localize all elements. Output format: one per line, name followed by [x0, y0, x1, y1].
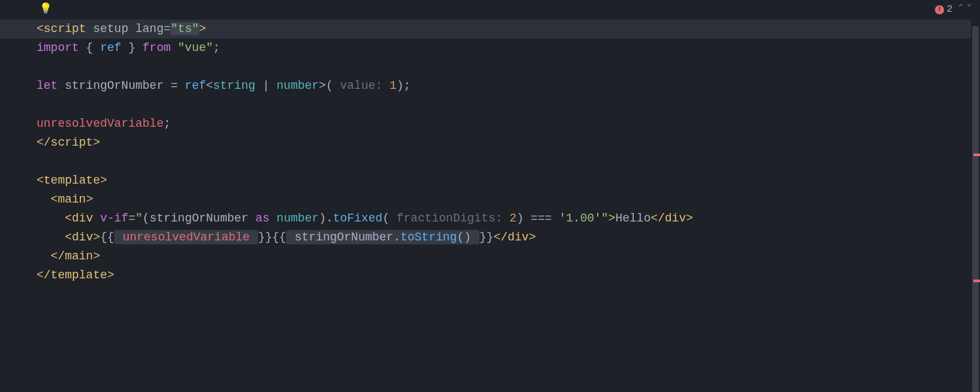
code-line	[37, 57, 967, 76]
code-line: </script>	[37, 133, 967, 152]
code-line	[37, 152, 967, 171]
code-line: <div v-if="(stringOrNumber as number).to…	[37, 209, 967, 228]
error-badge[interactable]: ! 2	[935, 2, 953, 18]
code-line: </main>	[37, 247, 967, 266]
code-line: unresolvedVariable;	[37, 114, 967, 133]
code-editor[interactable]: <script setup lang="ts"> import { ref } …	[0, 20, 980, 285]
code-line: <main>	[37, 190, 967, 209]
error-marker[interactable]	[973, 280, 980, 282]
error-nav: ˄ ˅	[958, 1, 972, 20]
scroll-thumb[interactable]	[972, 26, 979, 392]
code-line: import { ref } from "vue";	[37, 39, 967, 57]
status-area: ! 2 ˄ ˅	[935, 1, 972, 20]
editor-toolbar: 💡 ! 2 ˄ ˅	[0, 0, 980, 20]
error-marker[interactable]	[973, 154, 980, 156]
lightbulb-icon[interactable]: 💡	[39, 1, 52, 18]
error-icon: !	[935, 5, 944, 14]
code-line: <div>{{ unresolvedVariable }}{{ stringOr…	[37, 228, 967, 247]
next-error-icon[interactable]: ˅	[966, 1, 972, 20]
code-line: let stringOrNumber = ref<string | number…	[37, 76, 967, 95]
code-line	[37, 95, 967, 114]
prev-error-icon[interactable]: ˄	[958, 1, 964, 20]
scrollbar[interactable]	[971, 20, 980, 392]
code-line: </template>	[37, 266, 967, 285]
error-count: 2	[947, 2, 953, 18]
inlay-hint: value:	[333, 79, 389, 92]
inlay-hint: fractionDigits:	[389, 212, 510, 225]
code-line: <template>	[37, 171, 967, 190]
code-line: <script setup lang="ts">	[0, 20, 980, 39]
